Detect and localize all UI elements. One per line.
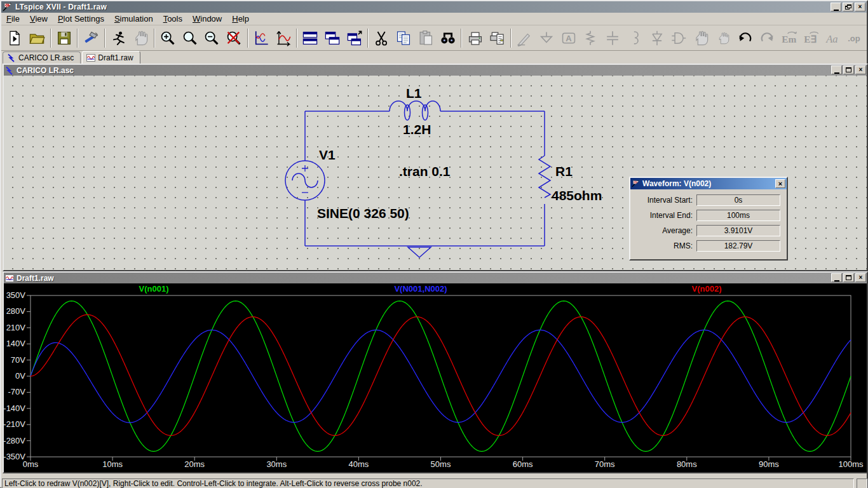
zoom-in-button[interactable] [157, 27, 179, 49]
undo-button[interactable] [734, 27, 756, 49]
ground-icon [538, 30, 555, 46]
menu-view[interactable]: View [25, 13, 53, 25]
component-button[interactable] [668, 27, 690, 49]
new-schematic-button[interactable] [4, 27, 26, 49]
plot-settings-icon [275, 30, 292, 46]
restore-button[interactable] [843, 3, 853, 11]
text-button[interactable]: Aa [822, 27, 844, 49]
plot-minimize-button[interactable] [831, 273, 842, 282]
schematic-minimize-button[interactable] [831, 65, 842, 74]
plot-settings-button[interactable] [272, 27, 294, 49]
interval-end-field[interactable]: 100ms [696, 210, 780, 221]
waveform-plot: 350V280V210V140V70V0V-70V-140V-210V-280V… [4, 283, 867, 472]
trace-V(n001)[interactable] [31, 301, 851, 452]
halt-button[interactable] [130, 27, 152, 49]
mirror-button[interactable]: Em [778, 27, 801, 49]
minimize-icon [834, 69, 839, 74]
menu-file[interactable]: File [1, 13, 25, 25]
plot-titlebar[interactable]: Draft1.raw × [4, 273, 867, 283]
spice-directive-label[interactable]: .tran 0.1 [399, 164, 451, 179]
inductor-ref-label[interactable]: L1 [406, 86, 422, 100]
document-tabbar: CARICO LR.asc Draft1.raw [1, 51, 867, 64]
waveform-icon [5, 274, 14, 283]
schematic-maximize-button[interactable] [843, 65, 854, 74]
tab-carico-lr-asc[interactable]: CARICO LR.asc [3, 51, 81, 64]
capacitor-button[interactable] [602, 27, 624, 49]
x-tick-label: 40ms [349, 459, 369, 469]
move-button[interactable] [690, 27, 712, 49]
open-file-icon [29, 30, 45, 46]
dialog-close-button[interactable]: × [775, 179, 785, 188]
menu-plot-settings[interactable]: Plot Settings [53, 13, 109, 25]
zoom-full-button[interactable] [179, 27, 201, 49]
save-button[interactable] [53, 27, 76, 49]
menu-window[interactable]: Window [187, 13, 227, 25]
rotate-button[interactable]: E∃ [801, 27, 823, 49]
schematic-titlebar[interactable]: CARICO LR.asc × [4, 65, 867, 76]
resistor-value-label[interactable]: 485ohm [552, 188, 602, 203]
minimize-button[interactable] [831, 3, 841, 11]
interval-start-field[interactable]: 0s [696, 194, 780, 206]
close-button[interactable]: × [855, 3, 865, 11]
menu-simulation[interactable]: Simulation [109, 13, 158, 25]
print-button[interactable] [464, 27, 486, 49]
plot-window: Draft1.raw × 350V280V210V140V70V0V-70V-1… [3, 271, 868, 473]
average-field[interactable]: 3.9101V [696, 225, 780, 236]
schematic-canvas[interactable]: L1 1.2H V1 .tran 0.1 R1 485ohm SINE(0 32… [4, 76, 867, 270]
paste-button[interactable] [415, 27, 437, 49]
resistor-button[interactable] [580, 27, 602, 49]
rms-field[interactable]: 182.79V [696, 240, 780, 252]
menu-help[interactable]: Help [227, 13, 254, 25]
schematic-icon [7, 53, 16, 62]
main-titlebar[interactable]: LTspice XVII - Draft1.raw × [1, 1, 867, 13]
autorange-y-button[interactable] [250, 27, 273, 49]
copy-button[interactable] [393, 27, 415, 49]
source-ref-label[interactable]: V1 [319, 147, 336, 162]
label-net-button[interactable]: A [557, 27, 580, 49]
legend-V(n001)[interactable]: V(n001) [139, 284, 169, 294]
wire-button[interactable] [513, 27, 536, 49]
minimize-icon [834, 276, 839, 281]
cut-button[interactable] [370, 27, 393, 49]
x-tick-label: 50ms [431, 459, 451, 469]
zoom-out-button[interactable] [201, 27, 223, 49]
waveform-dialog-titlebar[interactable]: Waveform: V(n002) × [630, 178, 787, 189]
diode-button[interactable] [646, 27, 668, 49]
y-tick-label: 210V [6, 323, 26, 332]
control-panel-icon [83, 30, 100, 46]
find-button[interactable] [437, 27, 459, 49]
tab-draft1-raw[interactable]: Draft1.raw [82, 51, 140, 64]
plot-maximize-button[interactable] [843, 273, 854, 282]
schematic-close-button[interactable]: × [855, 65, 866, 74]
spice-directive-button[interactable]: .op [844, 27, 867, 49]
legend-V(N001,N002)[interactable]: V(N001,N002) [394, 284, 447, 294]
zoom-extents-button[interactable] [223, 27, 245, 49]
drag-button[interactable] [712, 27, 735, 49]
legend-V(n002)[interactable]: V(n002) [692, 284, 722, 294]
y-tick-label: 140V [6, 339, 26, 348]
control-panel-button[interactable] [80, 27, 102, 49]
svg-text:Aa: Aa [825, 32, 837, 44]
redo-button[interactable] [756, 27, 778, 49]
tile-vertical-button[interactable] [322, 27, 344, 49]
source-value-label[interactable]: SINE(0 326 50) [317, 206, 409, 220]
cascade-windows-icon [346, 30, 363, 46]
redo-icon [759, 30, 775, 46]
status-message: Left-Click to redraw V(n002)[V], Right-C… [2, 478, 854, 488]
inductor-value-label[interactable]: 1.2H [403, 122, 431, 137]
run-icon [110, 30, 126, 46]
ground-button[interactable] [536, 27, 558, 49]
resistor-ref-label[interactable]: R1 [555, 164, 573, 179]
cut-icon [374, 30, 390, 46]
print-preview-button[interactable] [486, 27, 508, 49]
inductor-button[interactable] [624, 27, 646, 49]
cascade-windows-button[interactable] [344, 27, 366, 49]
open-file-button[interactable] [26, 27, 48, 49]
menu-tools[interactable]: Tools [158, 13, 187, 25]
run-button[interactable] [107, 27, 130, 49]
tile-windows-button[interactable] [299, 27, 322, 49]
y-tick-label: -210V [4, 419, 25, 429]
plot-canvas[interactable]: 350V280V210V140V70V0V-70V-140V-210V-280V… [4, 283, 867, 472]
plot-close-button[interactable]: × [855, 273, 866, 282]
tab-label: CARICO LR.asc [18, 53, 74, 62]
